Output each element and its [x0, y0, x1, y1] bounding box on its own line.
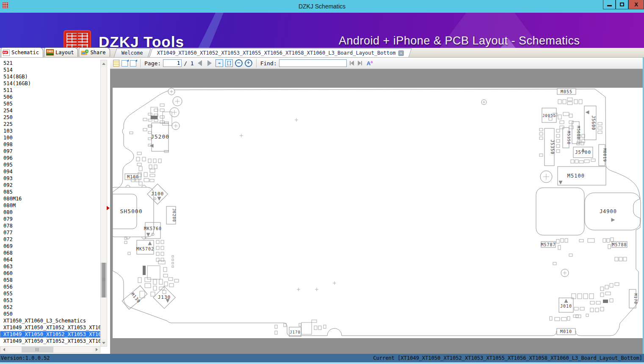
scrollbar-thumb[interactable]: [22, 347, 53, 353]
previous-page-button[interactable]: [198, 60, 202, 66]
sidebar-item[interactable]: 225: [0, 121, 100, 128]
sidebar-item[interactable]: 511: [0, 87, 100, 94]
pcb-passive: [143, 118, 147, 121]
sidebar-item[interactable]: 506: [0, 94, 100, 100]
scroll-right-button[interactable]: [93, 347, 100, 353]
fit-page-button[interactable]: [225, 59, 233, 67]
sidebar-item[interactable]: 079: [0, 216, 100, 222]
sidebar-item[interactable]: 103: [0, 128, 100, 134]
close-tab-icon[interactable]: ✕: [398, 50, 404, 56]
sidebar-item[interactable]: 095: [0, 161, 100, 168]
fit-width-button[interactable]: ◄►: [216, 59, 223, 67]
scroll-down-button[interactable]: [101, 339, 107, 346]
zoom-in-button[interactable]: +: [245, 59, 252, 67]
find-previous-button[interactable]: [350, 61, 354, 66]
sidebar-item[interactable]: 097: [0, 148, 100, 155]
next-page-button[interactable]: [207, 60, 212, 66]
sidebar-item[interactable]: 080M: [0, 202, 100, 209]
pcb-orientation-mark: [586, 111, 589, 114]
sidebar-item[interactable]: 514(16GB): [0, 80, 100, 87]
rotate-left-icon[interactable]: [122, 60, 128, 67]
tab-share[interactable]: +Share: [79, 47, 110, 57]
sidebar-item[interactable]: 505: [0, 100, 100, 107]
find-input[interactable]: [279, 59, 347, 67]
sidebar-item[interactable]: 521: [0, 60, 100, 67]
zoom-out-button[interactable]: −: [235, 59, 243, 67]
tab-schematic[interactable]: Schematic: [1, 47, 43, 57]
pcb-passive: [586, 314, 589, 317]
sidebar-item[interactable]: 078: [0, 222, 100, 229]
sidebar-item[interactable]: 250: [0, 114, 100, 121]
pcb-passive: [623, 257, 627, 261]
sidebar-item[interactable]: 080M16: [0, 195, 100, 202]
sidebar-item[interactable]: 053: [0, 297, 100, 304]
sidebar-horizontal-scrollbar[interactable]: [0, 346, 100, 353]
sidebar-item[interactable]: 094: [0, 168, 100, 175]
sidebar-item[interactable]: 085: [0, 189, 100, 195]
scroll-up-button[interactable]: [101, 60, 107, 67]
sidebar-item[interactable]: XT1049_XT1050_XT1052_XT1053_XT1055_XT1: [0, 338, 100, 345]
header-banner: DZKJ Tools Android + iPhone & PCB Layout…: [0, 13, 644, 48]
maximize-button[interactable]: [616, 0, 628, 9]
sidebar-item[interactable]: XT1050_XT1060_L3_Schematics: [0, 317, 100, 324]
sidebar-item[interactable]: 069: [0, 243, 100, 250]
pcb-passive: [150, 169, 155, 172]
pcb-component-M055: M055: [557, 89, 576, 94]
match-case-icon[interactable]: Aa: [367, 60, 373, 67]
sidebar-item[interactable]: 093: [0, 175, 100, 182]
sidebar-vertical-scrollbar[interactable]: [100, 60, 107, 347]
pcb-passive: [615, 283, 619, 286]
sidebar-item[interactable]: 077: [0, 229, 100, 236]
sidebar-item[interactable]: 100: [0, 134, 100, 141]
pcb-passive: [172, 262, 174, 264]
sidebar-item[interactable]: 050: [0, 311, 100, 317]
sidebar-item[interactable]: 056: [0, 283, 100, 290]
sidebar-item[interactable]: 096: [0, 155, 100, 161]
sidebar-item[interactable]: 068: [0, 250, 100, 256]
pcb-passive: [563, 100, 566, 104]
sidebar-item[interactable]: 052: [0, 304, 100, 311]
pcb-passive: [139, 167, 142, 171]
page-number-input[interactable]: [163, 59, 182, 67]
pcb-canvas-area[interactable]: SH5000J5200M100J100J6200MK5760MK5702M130…: [110, 69, 643, 354]
sidebar-item[interactable]: 060: [0, 270, 100, 277]
pcb-passive: [139, 182, 142, 185]
minimize-button[interactable]: [603, 0, 616, 9]
sidebar-item[interactable]: 055: [0, 290, 100, 297]
sidebar-item[interactable]: 063: [0, 263, 100, 270]
sidebar-item[interactable]: XT1049_XT1050_XT1052_XT1053_XT1055_XT1: [0, 331, 100, 338]
separator: [256, 59, 257, 67]
pcb-passive: [539, 133, 543, 135]
sidebar-item[interactable]: 098: [0, 141, 100, 148]
find-next-button[interactable]: [358, 61, 362, 66]
doc-tab-board-layout[interactable]: XT1049_XT1050_XT1052_XT1053_XT1055_XT105…: [149, 48, 412, 57]
sidebar-item[interactable]: 092: [0, 182, 100, 189]
pcb-page[interactable]: SH5000J5200M100J100J6200MK5760MK5702M130…: [113, 88, 643, 338]
pcb-passive: [600, 293, 604, 297]
svg-text:M0019: M0019: [603, 148, 607, 162]
doc-tab-welcome[interactable]: Welcome: [113, 48, 150, 57]
sidebar-item[interactable]: 080: [0, 209, 100, 216]
sidebar-item[interactable]: 064: [0, 256, 100, 263]
svg-text:J5350: J5350: [550, 139, 555, 154]
document-properties-icon[interactable]: [113, 60, 119, 67]
rotate-right-icon[interactable]: [130, 60, 136, 67]
sidebar-item[interactable]: 514: [0, 67, 100, 73]
sidebar-item[interactable]: XT1049_XT1050_XT1052_XT1053_XT1055_XT1: [0, 324, 100, 331]
pcb-component-J5200: J5200: [151, 123, 169, 151]
scroll-left-button[interactable]: [0, 347, 7, 353]
brand-logo: [64, 30, 91, 48]
sidebar-item[interactable]: 514(8GB): [0, 73, 100, 80]
pcb-passive: [571, 160, 574, 163]
sidebar-item[interactable]: 072: [0, 236, 100, 243]
pcb-passive: [567, 317, 570, 320]
scrollbar-thumb[interactable]: [101, 263, 107, 297]
tab-layout[interactable]: PADSLayout: [44, 47, 78, 57]
svg-text:J170: J170: [290, 330, 301, 334]
pdf-icon: [3, 50, 10, 56]
version-label: Version:1.0.0.52: [1, 355, 50, 361]
pcb-passive: [312, 320, 317, 322]
sidebar-item[interactable]: 058: [0, 277, 100, 283]
sidebar-item[interactable]: 254: [0, 107, 100, 114]
close-button[interactable]: X: [628, 0, 644, 9]
